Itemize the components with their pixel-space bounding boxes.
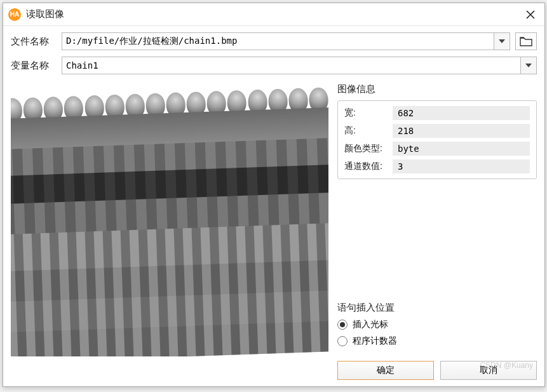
insert-position-title: 语句插入位置 [337,302,537,314]
info-value: 682 [393,106,530,120]
variable-name-input[interactable]: Chain1 [62,57,520,74]
radio-label: 程序计数器 [353,335,397,347]
dialog-title: 读取图像 [26,8,523,20]
file-name-row: 文件名称 D:/myfile/作业/拉链检测/chain1.bmp [11,32,537,50]
close-icon [526,10,535,19]
variable-name-dropdown[interactable]: Chain1 [62,57,537,74]
right-panel: 图像信息 宽: 682 高: 218 颜色类型: byte 通道数值: 3 [337,83,537,380]
file-dropdown-arrow[interactable] [494,32,510,50]
image-info-box: 宽: 682 高: 218 颜色类型: byte 通道数值: 3 [337,100,537,179]
browse-button[interactable] [515,32,537,50]
chevron-down-icon [499,39,505,43]
cancel-button[interactable]: 取消 [440,361,537,380]
info-label: 颜色类型: [344,143,393,154]
info-row-width: 宽: 682 [344,106,530,120]
info-value: byte [393,142,530,156]
info-row-height: 高: 218 [344,124,530,138]
image-preview [11,83,328,356]
file-name-dropdown[interactable]: D:/myfile/作业/拉链检测/chain1.bmp [62,32,510,50]
info-label: 宽: [344,107,393,119]
ok-button[interactable]: 确定 [337,361,434,380]
info-row-channels: 通道数值: 3 [344,159,530,173]
radio-icon [337,336,348,346]
variable-dropdown-arrow[interactable] [520,57,537,74]
radio-program-counter[interactable]: 程序计数器 [337,335,537,347]
radio-insert-cursor[interactable]: 插入光标 [337,319,537,330]
close-button[interactable] [523,7,538,22]
info-label: 高: [344,125,393,137]
insert-position-group: 插入光标 程序计数器 [337,319,537,352]
app-icon: HA [8,8,21,21]
info-label: 通道数值: [344,161,393,172]
file-name-input[interactable]: D:/myfile/作业/拉链检测/chain1.bmp [62,32,494,50]
form-area: 文件名称 D:/myfile/作业/拉链检测/chain1.bmp 变量名称 C… [3,26,544,83]
read-image-dialog: HA 读取图像 文件名称 D:/myfile/作业/拉链检测/chain1.bm… [3,3,545,387]
radio-label: 插入光标 [353,319,388,330]
folder-icon [520,36,532,46]
preview-image-content [11,83,328,356]
info-value: 3 [393,159,530,173]
dialog-button-row: 确定 取消 [337,361,537,380]
variable-name-label: 变量名称 [11,60,57,72]
file-name-label: 文件名称 [11,36,57,48]
chevron-down-icon [525,64,532,67]
image-info-title: 图像信息 [337,83,537,95]
info-value: 218 [393,124,530,138]
variable-name-row: 变量名称 Chain1 [11,57,537,74]
titlebar: HA 读取图像 [3,3,544,26]
content-area: 图像信息 宽: 682 高: 218 颜色类型: byte 通道数值: 3 [3,83,544,386]
radio-icon [337,320,348,330]
info-row-color-type: 颜色类型: byte [344,142,530,156]
